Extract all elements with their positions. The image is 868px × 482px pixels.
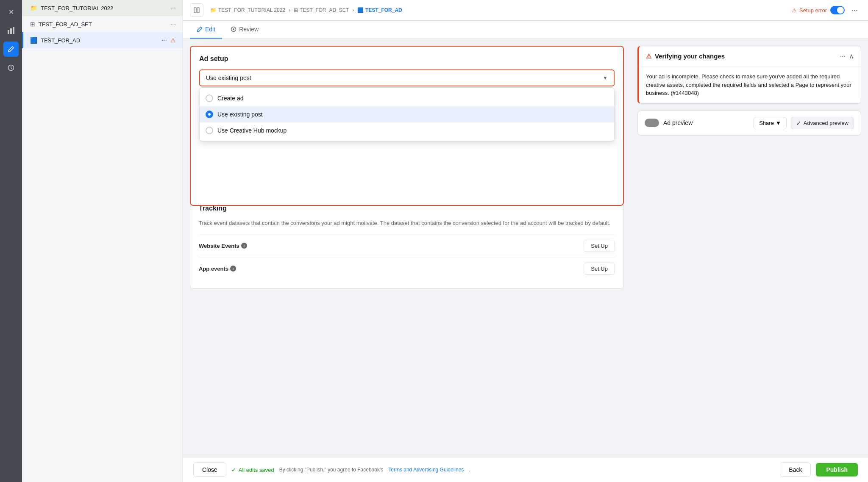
icon-bar: ✕ — [0, 0, 22, 482]
dropdown-option-create-ad[interactable]: Create ad — [200, 90, 614, 106]
terms-link[interactable]: Terms and Advertising Guidelines — [388, 467, 464, 473]
breadcrumb-campaign-icon: 📁 — [210, 7, 217, 13]
breadcrumb-sep-1: › — [289, 7, 290, 13]
ad-warning-icon: ⚠ — [170, 37, 176, 44]
ad-preview-toggle[interactable] — [645, 119, 659, 127]
ad-preview-label: Ad preview — [663, 119, 749, 126]
clock-icon-button[interactable] — [3, 60, 19, 75]
ad-setup-card: Ad setup Use existing post ▼ Create ad — [190, 46, 624, 206]
verifying-warning-icon: ⚠ — [646, 53, 651, 60]
nav-item-ad[interactable]: 🟦 TEST_FOR_AD ··· ⚠ — [22, 32, 183, 48]
svg-rect-2 — [13, 27, 14, 34]
svg-rect-4 — [194, 8, 196, 13]
nav-item-adset[interactable]: ⊞ TEST_FOR_AD_SET ··· — [22, 16, 183, 32]
tab-bar: Edit Review — [183, 21, 868, 39]
top-bar: 📁 TEST_FOR_TUTORIAL 2022 › ⊞ TEST_FOR_AD… — [183, 0, 868, 21]
tracking-row-app: App events i Set Up — [199, 257, 615, 280]
svg-rect-5 — [197, 8, 199, 13]
setup-error-label: Setup error — [799, 7, 827, 14]
edit-icon-button[interactable] — [3, 42, 19, 57]
campaign-label: TEST_FOR_TUTORIAL 2022 — [41, 5, 167, 11]
main-area: 📁 TEST_FOR_TUTORIAL 2022 › ⊞ TEST_FOR_AD… — [183, 0, 868, 482]
form-panel: Ad setup Use existing post ▼ Create ad — [183, 39, 631, 457]
ad-label: TEST_FOR_AD — [41, 37, 158, 44]
tracking-card: Tracking Track event datasets that conta… — [190, 196, 624, 289]
checkmark-icon: ✓ — [231, 467, 236, 473]
ad-icon: 🟦 — [30, 37, 37, 44]
close-sidebar-button[interactable]: ✕ — [3, 4, 19, 19]
breadcrumb-campaign[interactable]: 📁 TEST_FOR_TUTORIAL 2022 — [210, 7, 285, 13]
advanced-preview-button[interactable]: ⤢ Advanced preview — [791, 117, 854, 129]
tracking-description: Track event datasets that contain the co… — [199, 219, 615, 227]
dropdown-option-use-creative-hub[interactable]: Use Creative Hub mockup — [200, 122, 614, 139]
saved-status: ✓ All edits saved — [231, 467, 274, 473]
breadcrumb-ad-icon: 🟦 — [357, 7, 364, 13]
app-events-setup-button[interactable]: Set Up — [584, 263, 615, 275]
top-bar-more-button[interactable]: ··· — [848, 4, 861, 17]
verifying-more-button[interactable]: ··· — [840, 53, 846, 60]
svg-rect-0 — [8, 30, 9, 34]
campaign-more-button[interactable]: ··· — [170, 4, 176, 12]
tab-edit[interactable]: Edit — [190, 21, 222, 39]
publish-button[interactable]: Publish — [816, 463, 858, 476]
website-events-info-icon[interactable]: i — [241, 243, 247, 249]
terms-text: By clicking "Publish," you agree to Face… — [279, 467, 384, 473]
terms-end: . — [469, 467, 470, 473]
content-split: Ad setup Use existing post ▼ Create ad — [183, 39, 868, 457]
breadcrumb-ad[interactable]: 🟦 TEST_FOR_AD — [357, 7, 402, 13]
use-creative-hub-label: Use Creative Hub mockup — [217, 127, 287, 134]
adset-label: TEST_FOR_AD_SET — [39, 21, 167, 28]
verifying-header: ⚠ Verifying your changes ··· ∧ — [639, 46, 861, 66]
breadcrumb-ad-label: TEST_FOR_AD — [365, 7, 402, 13]
share-button[interactable]: Share ▼ — [754, 117, 787, 129]
saved-label: All edits saved — [239, 467, 274, 473]
app-events-label: App events i — [199, 266, 236, 272]
verifying-title: ⚠ Verifying your changes — [646, 53, 840, 60]
breadcrumb-campaign-label: TEST_FOR_TUTORIAL 2022 — [218, 7, 285, 13]
ad-more-button[interactable]: ··· — [161, 36, 167, 44]
nav-panel: 📁 TEST_FOR_TUTORIAL 2022 ··· ⊞ TEST_FOR_… — [22, 0, 183, 482]
setup-error-indicator: ⚠ Setup error — [792, 7, 827, 14]
verifying-card: ⚠ Verifying your changes ··· ∧ Your ad i… — [637, 46, 861, 104]
close-button[interactable]: Close — [193, 463, 226, 477]
right-panel: ⚠ Verifying your changes ··· ∧ Your ad i… — [631, 39, 868, 457]
create-ad-label: Create ad — [217, 95, 243, 102]
radio-use-existing-post — [206, 111, 213, 118]
ad-type-dropdown-wrapper: Use existing post ▼ Create ad Use existi… — [199, 69, 615, 86]
use-existing-post-label: Use existing post — [217, 111, 263, 118]
ad-type-dropdown-menu: Create ad Use existing post Use Creative… — [199, 87, 615, 141]
breadcrumb-adset[interactable]: ⊞ TEST_FOR_AD_SET — [294, 7, 349, 13]
breadcrumb-adset-icon: ⊞ — [294, 7, 298, 13]
website-events-label: Website Events i — [199, 243, 247, 249]
ad-setup-title: Ad setup — [199, 55, 615, 63]
ad-preview-row: Ad preview Share ▼ ⤢ Advanced preview — [645, 117, 854, 129]
adset-more-button[interactable]: ··· — [170, 20, 176, 28]
folder-icon: 📁 — [30, 5, 37, 11]
tracking-row-website: Website Events i Set Up — [199, 234, 615, 257]
dropdown-current-value: Use existing post — [206, 75, 251, 81]
radio-create-ad — [206, 94, 213, 102]
bottom-bar: Close ✓ All edits saved By clicking "Pub… — [183, 457, 868, 482]
ad-preview-card: Ad preview Share ▼ ⤢ Advanced preview — [637, 111, 861, 136]
verifying-collapse-button[interactable]: ∧ — [849, 52, 854, 60]
website-events-setup-button[interactable]: Set Up — [584, 240, 615, 252]
back-button[interactable]: Back — [780, 463, 811, 477]
expand-icon: ⤢ — [796, 120, 801, 126]
svg-rect-1 — [10, 28, 12, 34]
svg-point-7 — [233, 28, 234, 30]
setup-error-icon: ⚠ — [792, 7, 797, 14]
charts-icon-button[interactable] — [3, 23, 19, 38]
tab-review[interactable]: Review — [224, 21, 265, 39]
nav-item-campaign[interactable]: 📁 TEST_FOR_TUTORIAL 2022 ··· — [22, 0, 183, 16]
dropdown-option-use-existing-post[interactable]: Use existing post — [200, 106, 614, 122]
breadcrumb-sep-2: › — [352, 7, 354, 13]
dropdown-chevron-icon: ▼ — [603, 75, 608, 81]
panel-toggle-button[interactable] — [190, 3, 203, 17]
adset-grid-icon: ⊞ — [30, 21, 35, 28]
ad-type-dropdown-button[interactable]: Use existing post ▼ — [199, 69, 615, 86]
share-chevron-icon: ▼ — [776, 120, 781, 126]
breadcrumb-adset-label: TEST_FOR_AD_SET — [300, 7, 349, 13]
verifying-body: Your ad is incomplete. Please check to m… — [639, 66, 861, 103]
campaign-toggle[interactable] — [830, 6, 845, 14]
app-events-info-icon[interactable]: i — [230, 266, 236, 271]
